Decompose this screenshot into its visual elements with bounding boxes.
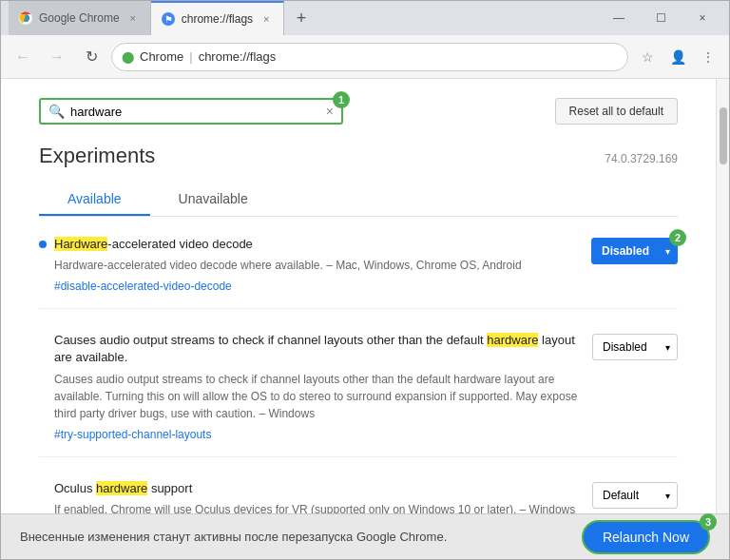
- reset-all-button[interactable]: Reset all to default: [555, 98, 678, 125]
- svg-text:⚑: ⚑: [163, 14, 172, 25]
- item2-body: Causes audio output streams to check if …: [54, 332, 585, 440]
- item3-title: Oculus hardware support: [54, 480, 585, 497]
- tab-label: Google Chrome: [39, 11, 120, 25]
- tab-google-chrome[interactable]: Google Chrome ×: [9, 1, 151, 35]
- item2-title: Causes audio output streams to check if …: [54, 332, 585, 366]
- experiment-item-1: Hardware-accelerated video decode Hardwa…: [39, 236, 678, 309]
- tab-label: chrome://flags: [182, 12, 253, 26]
- search-badge: 1: [333, 91, 350, 108]
- item1-title-rest: -accelerated video decode: [107, 237, 253, 251]
- back-button[interactable]: ←: [9, 43, 37, 71]
- item2-title-before: Causes audio output streams to check if …: [54, 333, 487, 347]
- item3-desc: If enabled, Chrome will use Oculus devic…: [54, 501, 585, 513]
- bookmark-button[interactable]: ☆: [634, 44, 661, 70]
- flags-favicon: ⚑: [161, 11, 176, 27]
- close-button[interactable]: ×: [683, 5, 721, 31]
- relaunch-badge: 3: [700, 513, 717, 531]
- scrollbar-thumb[interactable]: [720, 107, 727, 164]
- search-bar-row: 🔍 × 1 Reset all to default: [39, 98, 678, 125]
- version-text: 74.0.3729.169: [605, 152, 678, 165]
- tab-flags[interactable]: ⚑ chrome://flags ×: [151, 1, 284, 35]
- chrome-favicon: [18, 10, 33, 26]
- content-area: 🔍 × 1 Reset all to default Experiments 7…: [1, 79, 729, 513]
- tab-available[interactable]: Available: [39, 183, 150, 216]
- tabs-row: Available Unavailable: [39, 183, 678, 217]
- item1-bullet: [39, 241, 47, 248]
- item3-select-control: Default Enabled Disabled ▾: [592, 482, 678, 509]
- address-protocol: Chrome: [140, 49, 183, 64]
- window-controls: — ☐ ×: [600, 5, 721, 31]
- scrollbar[interactable]: [716, 79, 729, 513]
- tab2-close-button[interactable]: ×: [259, 11, 274, 27]
- item2-desc: Causes audio output streams to check if …: [54, 371, 585, 422]
- new-tab-button[interactable]: +: [288, 5, 315, 31]
- bottom-bar: Внесенные изменения станут активны после…: [1, 513, 729, 559]
- item2-select-control: Disabled Enabled Default ▾: [592, 334, 678, 360]
- page-content: 🔍 × 1 Reset all to default Experiments 7…: [1, 79, 716, 513]
- item1-link[interactable]: #disable-accelerated-video-decode: [54, 280, 584, 293]
- item1-select-control: Disabled Enabled Default ▾: [591, 238, 678, 264]
- experiment-item-2: Causes audio output streams to check if …: [39, 332, 678, 456]
- item3-select[interactable]: Default Enabled Disabled: [592, 482, 678, 509]
- item2-select[interactable]: Disabled Enabled Default: [592, 334, 678, 360]
- relaunch-button[interactable]: Relaunch Now 3: [582, 520, 710, 554]
- minimize-button[interactable]: —: [600, 5, 638, 31]
- item3-title-after: support: [147, 481, 192, 495]
- item1-title: Hardware-accelerated video decode: [54, 236, 584, 253]
- search-input[interactable]: [70, 105, 241, 119]
- item2-control: Disabled Enabled Default ▾: [592, 334, 678, 360]
- address-bar[interactable]: ⬤ Chrome | chrome://flags: [111, 43, 628, 71]
- item1-desc: Hardware-accelerated video decode where …: [54, 257, 584, 274]
- item1-control: Disabled Enabled Default ▾ 2: [591, 238, 678, 264]
- search-clear-button[interactable]: ×: [326, 104, 334, 119]
- address-path: chrome://flags: [199, 49, 277, 64]
- item3-control: Default Enabled Disabled ▾: [592, 482, 678, 509]
- omnibar: ← → ↻ ⬤ Chrome | chrome://flags ☆ 👤 ⋮: [1, 35, 729, 79]
- forward-button[interactable]: →: [43, 43, 71, 71]
- experiments-header: Experiments 74.0.3729.169: [39, 144, 678, 168]
- reload-button[interactable]: ↻: [77, 43, 106, 71]
- relaunch-label: Relaunch Now: [603, 530, 689, 545]
- item1-body: Hardware-accelerated video decode Hardwa…: [54, 236, 584, 293]
- item1-title-highlight: Hardware: [54, 237, 107, 251]
- profile-button[interactable]: 👤: [664, 44, 691, 70]
- item1-select[interactable]: Disabled Enabled Default: [591, 238, 678, 264]
- maximize-button[interactable]: ☐: [642, 5, 680, 31]
- tab1-close-button[interactable]: ×: [125, 10, 141, 26]
- item1-badge: 2: [669, 229, 686, 246]
- search-icon: 🔍: [48, 104, 65, 119]
- search-container: 🔍 × 1: [39, 98, 343, 125]
- item3-title-before: Oculus: [54, 481, 96, 495]
- omnibar-actions: ☆ 👤 ⋮: [634, 44, 721, 70]
- item2-title-highlight: hardware: [487, 333, 538, 347]
- address-secure-icon: ⬤: [122, 50, 134, 64]
- address-separator: |: [189, 49, 192, 64]
- item3-body: Oculus hardware support If enabled, Chro…: [54, 480, 585, 513]
- item1-select-wrapper: Disabled Enabled Default ▾ 2: [591, 238, 678, 264]
- menu-button[interactable]: ⋮: [695, 44, 721, 70]
- experiments-title: Experiments: [39, 144, 155, 168]
- item3-title-highlight: hardware: [96, 481, 147, 495]
- bottom-message: Внесенные изменения станут активны после…: [20, 530, 567, 544]
- item2-link[interactable]: #try-supported-channel-layouts: [54, 428, 585, 441]
- tab-unavailable[interactable]: Unavailable: [150, 183, 277, 216]
- titlebar: Google Chrome × ⚑ chrome://flags × + — ☐…: [1, 1, 729, 35]
- experiment-item-3: Oculus hardware support If enabled, Chro…: [39, 480, 678, 513]
